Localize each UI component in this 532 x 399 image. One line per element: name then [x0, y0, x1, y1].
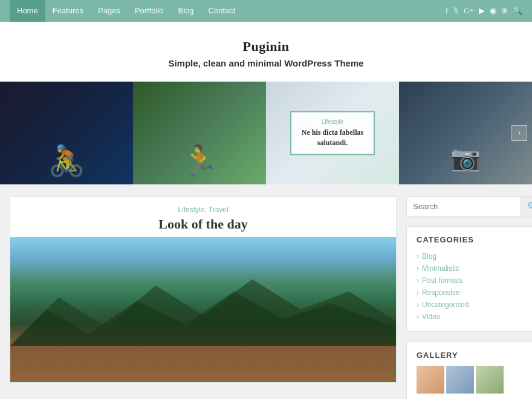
- post-card: Lifestyle, Travel Look of the day: [10, 196, 397, 383]
- cat-minimalistic[interactable]: Minimalistic: [422, 264, 459, 273]
- cat-blog[interactable]: Blog: [422, 252, 436, 261]
- image-slider: Lifestyle Ne his dicta fabellas salutand…: [0, 82, 532, 184]
- gallery-widget-title: GALLERY: [417, 351, 532, 360]
- slide-overlay-category: Lifestyle: [300, 118, 365, 125]
- list-item: Video: [417, 311, 532, 323]
- gallery-grid: [417, 366, 532, 394]
- categories-widget-title: CATEGORIES: [417, 235, 532, 244]
- gallery-thumb-2[interactable]: [446, 366, 474, 394]
- youtube-icon[interactable]: ▶: [479, 6, 485, 16]
- slide-1: [0, 82, 133, 184]
- list-item: Post formats: [417, 274, 532, 287]
- facebook-icon[interactable]: f: [446, 6, 448, 16]
- instagram-icon[interactable]: ◉: [490, 6, 496, 16]
- post-meta: Lifestyle, Travel Look of the day: [10, 197, 396, 237]
- slide-2: [133, 82, 266, 184]
- search-input[interactable]: [407, 197, 521, 216]
- categories-list: Blog Minimalistic Post formats Responsiv…: [417, 250, 532, 323]
- gallery-thumb-3[interactable]: [476, 366, 504, 394]
- list-item: Uncategorized: [417, 299, 532, 311]
- cat-responsive[interactable]: Responsive: [422, 288, 460, 297]
- post-cat-lifestyle[interactable]: Lifestyle: [178, 206, 204, 214]
- main-nav: Home Features Pages Portfolio Blog Conta…: [0, 0, 532, 22]
- nav-contact[interactable]: Contact: [201, 0, 243, 22]
- nav-social-icons: f 𝕏 G+ ▶ ◉ ⊛ 🔍: [446, 6, 522, 16]
- list-item: Blog: [417, 250, 532, 262]
- cat-uncategorized[interactable]: Uncategorized: [422, 300, 469, 309]
- search-nav-icon[interactable]: 🔍: [513, 6, 522, 16]
- gallery-widget: GALLERY: [406, 342, 532, 399]
- nav-pages[interactable]: Pages: [91, 0, 128, 22]
- gallery-thumb-1[interactable]: [417, 366, 444, 394]
- list-item: Minimalistic: [417, 262, 532, 274]
- slider-next-arrow[interactable]: ›: [511, 125, 527, 141]
- slide-overlay: Lifestyle Ne his dicta fabellas salutand…: [290, 111, 375, 155]
- sidebar: 🔍 CATEGORIES Blog Minimalistic Post form…: [406, 196, 532, 399]
- site-tagline: Simple, clean and minimal WordPress Them…: [12, 58, 520, 68]
- search-button[interactable]: 🔍: [521, 197, 532, 216]
- cat-post-formats[interactable]: Post formats: [422, 276, 462, 285]
- nav-links: Home Features Pages Portfolio Blog Conta…: [10, 0, 242, 22]
- categories-widget: CATEGORIES Blog Minimalistic Post format…: [406, 226, 532, 332]
- twitter-icon[interactable]: 𝕏: [453, 6, 459, 16]
- slide-3: Lifestyle Ne his dicta fabellas salutand…: [266, 82, 399, 184]
- nav-home[interactable]: Home: [10, 0, 45, 22]
- post-area: Lifestyle, Travel Look of the day: [10, 196, 397, 399]
- slide-overlay-text: Ne his dicta fabellas salutandi.: [300, 128, 365, 148]
- site-title: Puginin: [12, 39, 520, 54]
- nav-blog[interactable]: Blog: [171, 0, 201, 22]
- list-item: Responsive: [417, 287, 532, 299]
- nav-features[interactable]: Features: [45, 0, 91, 22]
- post-categories: Lifestyle, Travel: [22, 206, 384, 214]
- behance-icon[interactable]: ⊛: [501, 6, 508, 16]
- main-layout: Lifestyle, Travel Look of the day 🔍 CATE…: [0, 184, 532, 399]
- post-title: Look of the day: [22, 216, 384, 232]
- site-header: Puginin Simple, clean and minimal WordPr…: [0, 22, 532, 82]
- cat-video[interactable]: Video: [422, 313, 440, 321]
- post-featured-image[interactable]: [10, 237, 396, 382]
- search-widget: 🔍: [406, 196, 532, 216]
- post-cat-travel[interactable]: Travel: [209, 206, 229, 214]
- nav-portfolio[interactable]: Portfolio: [128, 0, 171, 22]
- googleplus-icon[interactable]: G+: [464, 6, 474, 16]
